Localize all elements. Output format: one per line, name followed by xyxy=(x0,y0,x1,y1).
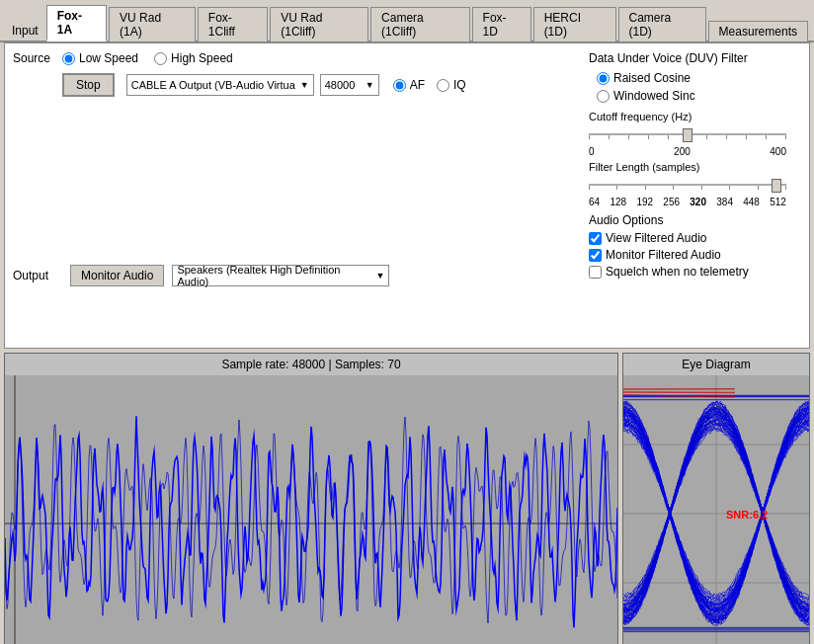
tab-fox1a[interactable]: Fox-1A xyxy=(46,5,107,41)
iq-label: IQ xyxy=(453,78,466,92)
filter-length-label: Filter Length (samples) xyxy=(589,161,801,173)
low-speed-radio[interactable] xyxy=(62,52,75,65)
fl-384: 384 xyxy=(716,197,733,207)
cutoff-slider-labels: 0 200 400 xyxy=(589,146,786,157)
iq-radio[interactable] xyxy=(437,79,449,92)
filter-length-labels: 64 128 192 256 320 384 448 512 xyxy=(589,197,786,207)
duv-title: Data Under Voice (DUV) Filter xyxy=(589,51,801,65)
audio-options-title: Audio Options xyxy=(589,213,801,227)
eye-title: Eye Diagram xyxy=(623,354,809,375)
windowed-sinc-text: Windowed Sinc xyxy=(613,89,695,103)
rate-dropdown-arrow: ▼ xyxy=(366,80,374,90)
tab-cam1cliff[interactable]: Camera (1Cliff) xyxy=(370,7,469,41)
af-radio-label[interactable]: AF xyxy=(393,78,425,92)
view-filtered-checkbox[interactable] xyxy=(589,232,602,245)
fl-64: 64 xyxy=(589,197,600,207)
af-radio[interactable] xyxy=(393,79,406,92)
wave-panel: Sample rate: 48000 | Samples: 70 xyxy=(4,353,618,644)
monitor-filtered-label[interactable]: Monitor Filtered Audio xyxy=(589,248,801,262)
source-label: Source xyxy=(13,51,62,65)
raised-cosine-label[interactable]: Raised Cosine xyxy=(597,71,801,85)
cutoff-label: Cutoff frequency (Hz) xyxy=(589,111,801,122)
fl-128: 128 xyxy=(610,197,626,207)
raised-cosine-radio[interactable] xyxy=(597,72,610,85)
fl-256: 256 xyxy=(663,197,680,207)
raised-cosine-text: Raised Cosine xyxy=(613,71,691,85)
eye-panel: Eye Diagram Errors: 0 Erasures: 0 xyxy=(622,353,810,644)
output-section: Output Monitor Audio Speakers (Realtek H… xyxy=(13,265,589,286)
tab-bar: Input Fox-1A VU Rad (1A) Fox-1Cliff VU R… xyxy=(0,0,814,42)
fl-192: 192 xyxy=(636,197,653,207)
stop-button[interactable]: Stop xyxy=(62,73,115,97)
audio-output-dropdown[interactable]: Speakers (Realtek High Definition Audio)… xyxy=(172,265,389,286)
input-label: Input xyxy=(4,21,46,40)
fl-448: 448 xyxy=(743,197,760,207)
low-speed-radio-label[interactable]: Low Speed xyxy=(62,51,138,65)
high-speed-label: High Speed xyxy=(171,51,233,65)
tab-fox1cliff[interactable]: Fox-1Cliff xyxy=(198,7,268,41)
monitor-filtered-text: Monitor Filtered Audio xyxy=(606,248,721,262)
squelch-label[interactable]: Squelch when no telemetry xyxy=(589,265,801,279)
view-filtered-text: View Filtered Audio xyxy=(606,231,707,245)
source-section: Source Low Speed High Speed xyxy=(13,51,589,65)
bottom-panels: Sample rate: 48000 | Samples: 70 Eye Dia… xyxy=(4,353,810,644)
tab-herci1d[interactable]: HERCI (1D) xyxy=(533,7,616,41)
af-label: AF xyxy=(410,78,425,92)
windowed-sinc-radio[interactable] xyxy=(597,90,610,103)
cutoff-slider-container xyxy=(589,124,786,144)
cable-dropdown-arrow: ▼ xyxy=(300,80,309,90)
controls-row: Stop CABLE A Output (VB-Audio Virtua ▼ 4… xyxy=(62,73,589,97)
wave-title: Sample rate: 48000 | Samples: 70 xyxy=(5,354,617,375)
monitor-filtered-checkbox[interactable] xyxy=(589,249,602,262)
eye-canvas-area xyxy=(623,375,809,644)
cable-dropdown[interactable]: CABLE A Output (VB-Audio Virtua ▼ xyxy=(126,74,314,96)
cable-value: CABLE A Output (VB-Audio Virtua xyxy=(131,79,296,91)
tab-cam1d[interactable]: Camera (1D) xyxy=(618,7,706,41)
right-panel: Data Under Voice (DUV) Filter Raised Cos… xyxy=(589,51,801,286)
low-speed-label: Low Speed xyxy=(79,51,138,65)
cutoff-slider-thumb[interactable] xyxy=(683,128,692,142)
main-content: Source Low Speed High Speed Stop CABLE xyxy=(4,42,810,349)
high-speed-radio[interactable] xyxy=(154,52,167,65)
tab-measurements[interactable]: Measurements xyxy=(708,21,808,41)
speed-radio-group: Low Speed High Speed xyxy=(62,51,233,65)
audio-dropdown-arrow: ▼ xyxy=(375,271,384,281)
high-speed-radio-label[interactable]: High Speed xyxy=(154,51,233,65)
af-iq-group: AF IQ xyxy=(393,78,466,92)
filter-length-slider-container xyxy=(589,175,786,195)
rate-dropdown[interactable]: 48000 ▼ xyxy=(320,74,379,96)
audio-output-value: Speakers (Realtek High Definition Audio) xyxy=(177,264,371,287)
squelch-text: Squelch when no telemetry xyxy=(606,265,749,279)
tab-fox1d[interactable]: Fox-1D xyxy=(472,7,531,41)
filter-length-slider-thumb[interactable] xyxy=(772,179,781,193)
tab-vurad1a[interactable]: VU Rad (1A) xyxy=(109,7,196,41)
tab-vurad1cliff[interactable]: VU Rad (1Cliff) xyxy=(270,7,368,41)
cutoff-max: 400 xyxy=(770,146,786,157)
squelch-checkbox[interactable] xyxy=(589,266,602,279)
fl-320: 320 xyxy=(690,197,706,207)
monitor-audio-button[interactable]: Monitor Audio xyxy=(70,265,164,286)
view-filtered-label[interactable]: View Filtered Audio xyxy=(589,231,801,245)
iq-radio-label[interactable]: IQ xyxy=(437,78,466,92)
filter-radio-group: Raised Cosine Windowed Sinc xyxy=(597,71,801,103)
windowed-sinc-label[interactable]: Windowed Sinc xyxy=(597,89,801,103)
output-label: Output xyxy=(13,269,62,282)
cutoff-mid: 200 xyxy=(674,146,691,157)
fl-512: 512 xyxy=(770,197,786,207)
wave-canvas xyxy=(5,375,617,644)
cutoff-min: 0 xyxy=(589,146,595,157)
wave-canvas-area xyxy=(5,375,617,644)
rate-value: 48000 xyxy=(325,79,362,91)
eye-canvas xyxy=(623,375,809,644)
